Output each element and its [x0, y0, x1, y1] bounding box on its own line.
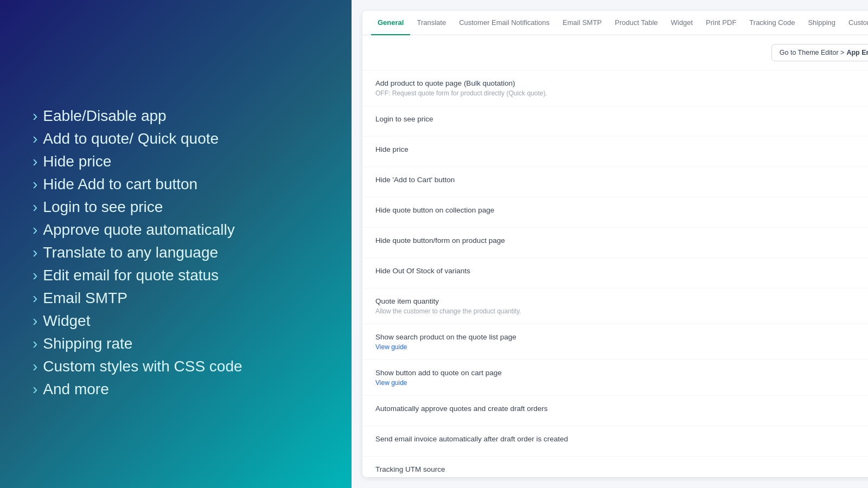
- row-label: Hide Out Of Stock of variants: [375, 267, 868, 275]
- tab-translate[interactable]: Translate: [410, 11, 452, 35]
- settings-row: Hide Out Of Stock of variants: [362, 258, 868, 288]
- theme-editor-text: Go to Theme Editor >: [780, 49, 845, 56]
- feature-item: Approve quote automatically: [33, 221, 319, 239]
- feature-item: Translate to any language: [33, 244, 319, 261]
- tab-print-pdf[interactable]: Print PDF: [699, 11, 743, 35]
- settings-row: Automatically approve quotes and create …: [362, 396, 868, 426]
- feature-item: Hide Add to cart button: [33, 176, 319, 193]
- feature-item: Widget: [33, 312, 319, 330]
- row-label: Send email invoice automatically after d…: [375, 435, 868, 443]
- tab-custom-styles[interactable]: Custom Styles: [842, 11, 868, 35]
- feature-item: And more: [33, 381, 319, 398]
- tabs-bar: GeneralTranslateCustomer Email Notificat…: [362, 11, 868, 35]
- row-label-group: Hide quote button/form on product page: [375, 236, 868, 245]
- row-label-group: Send email invoice automatically after d…: [375, 435, 868, 443]
- row-label: Hide 'Add to Cart' button: [375, 176, 868, 184]
- row-label-group: Quote item quantityAllow the customer to…: [375, 297, 868, 315]
- right-panel: GeneralTranslateCustomer Email Notificat…: [352, 0, 868, 488]
- feature-item: Eable/Disable app: [33, 107, 319, 125]
- feature-item: Hide price: [33, 153, 319, 170]
- feature-item: Login to see price: [33, 198, 319, 216]
- row-label-group: Show search product on the quote list pa…: [375, 333, 868, 351]
- feature-item: Edit email for quote status: [33, 267, 319, 284]
- feature-list: Eable/Disable appAdd to quote/ Quick quo…: [33, 107, 319, 398]
- settings-row: Add product to quote page (Bulk quotatio…: [362, 70, 868, 106]
- settings-row: Hide quote button/form on product page: [362, 228, 868, 258]
- tab-email-smtp[interactable]: Email SMTP: [556, 11, 608, 35]
- row-label-group: Automatically approve quotes and create …: [375, 404, 868, 413]
- row-label: Automatically approve quotes and create …: [375, 404, 868, 413]
- row-view-guide-link[interactable]: View guide: [375, 379, 868, 387]
- row-label-group: Add product to quote page (Bulk quotatio…: [375, 79, 868, 97]
- settings-row: Hide 'Add to Cart' button: [362, 167, 868, 197]
- settings-row: Login to see price: [362, 106, 868, 137]
- settings-row: Quote item quantityAllow the customer to…: [362, 288, 868, 324]
- rows-container: Add product to quote page (Bulk quotatio…: [362, 70, 868, 477]
- feature-item: Custom styles with CSS code: [33, 358, 319, 375]
- row-label: Add product to quote page (Bulk quotatio…: [375, 79, 868, 87]
- enable-app-row: Go to Theme Editor > App Embeds: [362, 35, 868, 70]
- tab-product-table[interactable]: Product Table: [608, 11, 664, 35]
- feature-item: Email SMTP: [33, 290, 319, 307]
- settings-row: Hide quote button on collection page: [362, 197, 868, 228]
- settings-row: Tracking UTM source: [362, 457, 868, 477]
- settings-content: Go to Theme Editor > App Embeds Add prod…: [362, 35, 868, 477]
- row-label-group: Hide quote button on collection page: [375, 206, 868, 214]
- row-label: Hide price: [375, 145, 868, 153]
- row-sublabel: Allow the customer to change the product…: [375, 307, 868, 315]
- row-label: Quote item quantity: [375, 297, 868, 305]
- feature-item: Add to quote/ Quick quote: [33, 130, 319, 147]
- settings-row: Hide price: [362, 137, 868, 167]
- row-label: Hide quote button/form on product page: [375, 236, 868, 245]
- theme-editor-bold: App Embeds: [846, 49, 868, 56]
- tab-widget[interactable]: Widget: [665, 11, 699, 35]
- tab-general[interactable]: General: [371, 11, 410, 35]
- row-label: Show button add to quote on cart page: [375, 369, 868, 377]
- row-label: Login to see price: [375, 115, 868, 123]
- row-label: Hide quote button on collection page: [375, 206, 868, 214]
- settings-row: Show search product on the quote list pa…: [362, 324, 868, 360]
- left-panel: Eable/Disable appAdd to quote/ Quick quo…: [0, 0, 352, 488]
- settings-row: Send email invoice automatically after d…: [362, 426, 868, 457]
- tab-customer-email-notifications[interactable]: Customer Email Notifications: [452, 11, 556, 35]
- row-label-group: Hide price: [375, 145, 868, 153]
- row-label-group: Show button add to quote on cart pageVie…: [375, 369, 868, 387]
- feature-item: Shipping rate: [33, 335, 319, 352]
- row-label-group: Tracking UTM source: [375, 465, 868, 473]
- row-sublabel: OFF: Request quote form for product dire…: [375, 89, 868, 97]
- tab-shipping[interactable]: Shipping: [801, 11, 842, 35]
- row-label: Tracking UTM source: [375, 465, 868, 473]
- row-label: Show search product on the quote list pa…: [375, 333, 868, 341]
- row-label-group: Hide Out Of Stock of variants: [375, 267, 868, 275]
- tab-tracking-code[interactable]: Tracking Code: [743, 11, 801, 35]
- settings-row: Show button add to quote on cart pageVie…: [362, 360, 868, 396]
- row-label-group: Hide 'Add to Cart' button: [375, 176, 868, 184]
- row-label-group: Login to see price: [375, 115, 868, 123]
- settings-card: GeneralTranslateCustomer Email Notificat…: [362, 11, 868, 477]
- row-view-guide-link[interactable]: View guide: [375, 343, 868, 351]
- theme-editor-button[interactable]: Go to Theme Editor > App Embeds: [771, 44, 868, 61]
